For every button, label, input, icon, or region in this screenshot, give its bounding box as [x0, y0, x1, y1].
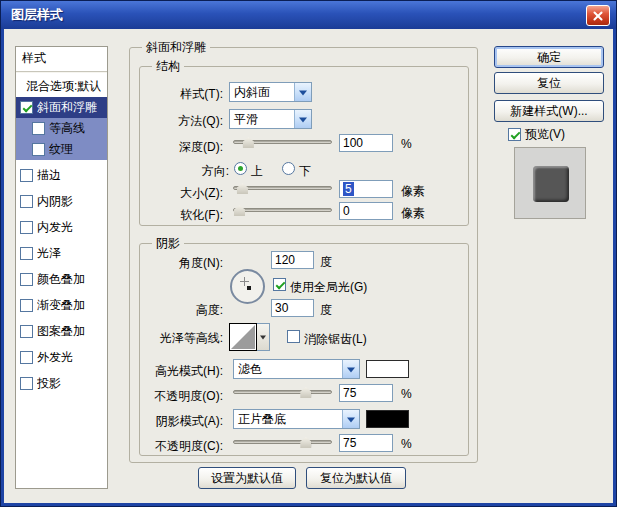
sidebar-item-gradient-overlay[interactable]: 渐变叠加 [16, 295, 107, 316]
shadow-opacity-input[interactable]: 75 [339, 434, 393, 452]
chevron-down-icon[interactable] [342, 410, 359, 428]
sidebar-checkbox-bevel-emboss[interactable] [20, 101, 33, 114]
highlight-color-swatch[interactable] [366, 360, 409, 378]
new-style-button[interactable]: 新建样式(W)... [494, 100, 604, 122]
highlight-opacity-unit: % [401, 387, 412, 401]
sidebar-item-label: 外发光 [37, 347, 73, 368]
style-label: 样式(T): [137, 86, 223, 103]
highlight-opacity-track [233, 390, 332, 394]
sidebar-item-satin[interactable]: 光泽 [16, 243, 107, 264]
global-light-checkbox[interactable] [273, 278, 286, 291]
sidebar-checkbox-inner-glow[interactable] [20, 221, 33, 234]
gloss-contour-thumbnail[interactable] [229, 323, 257, 351]
contour-triangle-icon [231, 325, 255, 349]
chevron-down-icon [260, 335, 266, 339]
soften-slider-thumb[interactable] [234, 205, 245, 216]
dialog-body: 样式 混合选项:默认斜面和浮雕等高线纹理描边内阴影内发光光泽颜色叠加渐变叠加图案… [4, 29, 613, 503]
title-bar[interactable]: 图层样式 [1, 1, 616, 29]
highlight-mode-select[interactable]: 滤色 [233, 359, 360, 379]
direction-down-label: 下 [299, 163, 311, 180]
size-slider-thumb[interactable] [237, 183, 248, 194]
sidebar-item-pattern-overlay[interactable]: 图案叠加 [16, 321, 107, 342]
size-slider[interactable] [233, 181, 332, 195]
highlight-mode-value: 滤色 [234, 361, 342, 378]
styles-sidebar: 样式 混合选项:默认斜面和浮雕等高线纹理描边内阴影内发光光泽颜色叠加渐变叠加图案… [15, 46, 108, 489]
crosshair-cursor-icon [240, 277, 249, 286]
direction-label: 方向: [143, 163, 229, 180]
soften-slider-track [233, 208, 332, 212]
size-input[interactable]: 5 [339, 180, 393, 198]
sidebar-checkbox-pattern-overlay[interactable] [20, 325, 33, 338]
highlight-opacity-slider[interactable] [233, 385, 332, 399]
sidebar-checkbox-drop-shadow[interactable] [20, 377, 33, 390]
sidebar-list: 混合选项:默认斜面和浮雕等高线纹理描边内阴影内发光光泽颜色叠加渐变叠加图案叠加外… [16, 76, 107, 394]
antialias-checkbox[interactable] [287, 330, 300, 343]
sidebar-checkbox-inner-shadow[interactable] [20, 195, 33, 208]
sidebar-checkbox-stroke[interactable] [20, 169, 33, 182]
direction-up-label: 上 [251, 163, 263, 180]
technique-label: 方法(Q): [137, 113, 223, 130]
sidebar-item-drop-shadow[interactable]: 投影 [16, 373, 107, 394]
angle-input[interactable]: 120 [271, 251, 314, 269]
reset-default-button[interactable]: 复位为默认值 [306, 467, 406, 489]
depth-slider-thumb[interactable] [243, 137, 254, 148]
preview-toggle[interactable]: 预览(V) [508, 126, 565, 143]
style-preview-thumbnail [514, 147, 586, 219]
shadow-opacity-thumb[interactable] [300, 437, 311, 448]
sidebar-item-bevel-emboss[interactable]: 斜面和浮雕 [16, 97, 107, 118]
panel-title: 斜面和浮雕 [142, 40, 210, 54]
preview-checkbox[interactable] [508, 128, 521, 141]
soften-slider[interactable] [233, 203, 332, 217]
direction-up-radio[interactable] [234, 162, 247, 175]
sidebar-checkbox-outer-glow[interactable] [20, 351, 33, 364]
sidebar-checkbox-gradient-overlay[interactable] [20, 299, 33, 312]
technique-select[interactable]: 平滑 [229, 109, 312, 129]
gloss-contour-dropdown[interactable] [257, 323, 270, 351]
chevron-down-icon[interactable] [294, 110, 311, 128]
sidebar-item-texture[interactable]: 纹理 [16, 139, 107, 160]
sidebar-item-contour[interactable]: 等高线 [16, 118, 107, 139]
antialias-label: 消除锯齿(L) [304, 331, 367, 348]
style-select[interactable]: 内斜面 [229, 82, 312, 102]
close-button[interactable] [586, 5, 610, 26]
structure-legend: 结构 [152, 59, 184, 73]
chevron-down-icon[interactable] [294, 83, 311, 101]
sidebar-item-label: 内发光 [37, 217, 73, 238]
gloss-contour-label: 光泽等高线: [137, 330, 223, 347]
highlight-mode-label: 高光模式(H): [137, 363, 223, 380]
depth-unit: % [401, 137, 412, 151]
sidebar-item-label: 内阴影 [37, 191, 73, 212]
sidebar-item-stroke[interactable]: 描边 [16, 165, 107, 186]
soften-input[interactable]: 0 [339, 202, 393, 220]
highlight-opacity-input[interactable]: 75 [339, 384, 393, 402]
shadow-opacity-slider[interactable] [233, 435, 332, 449]
direction-down-radio[interactable] [282, 162, 295, 175]
sidebar-item-inner-shadow[interactable]: 内阴影 [16, 191, 107, 212]
sidebar-checkbox-contour[interactable] [32, 122, 45, 135]
shadow-opacity-unit: % [401, 437, 412, 451]
highlight-opacity-thumb[interactable] [300, 387, 311, 398]
sidebar-item-blending-options[interactable]: 混合选项:默认 [16, 76, 107, 97]
sidebar-item-label: 等高线 [49, 118, 85, 139]
sidebar-checkbox-color-overlay[interactable] [20, 273, 33, 286]
sidebar-checkbox-satin[interactable] [20, 247, 33, 260]
sidebar-checkbox-texture[interactable] [32, 143, 45, 156]
technique-select-value: 平滑 [230, 111, 294, 128]
altitude-input[interactable]: 30 [271, 299, 314, 317]
sidebar-item-inner-glow[interactable]: 内发光 [16, 217, 107, 238]
sidebar-item-outer-glow[interactable]: 外发光 [16, 347, 107, 368]
make-default-button[interactable]: 设置为默认值 [198, 467, 296, 489]
angle-unit: 度 [320, 254, 332, 271]
sidebar-item-color-overlay[interactable]: 颜色叠加 [16, 269, 107, 290]
sidebar-item-label: 斜面和浮雕 [37, 97, 97, 118]
altitude-unit: 度 [320, 302, 332, 319]
chevron-down-icon[interactable] [342, 360, 359, 378]
depth-slider[interactable] [233, 135, 332, 149]
angle-dial[interactable] [230, 269, 265, 304]
shadow-mode-select[interactable]: 正片叠底 [233, 409, 360, 429]
shadow-color-swatch[interactable] [366, 410, 409, 428]
soften-unit: 像素 [401, 205, 425, 222]
ok-button[interactable]: 确定 [494, 46, 604, 68]
depth-input[interactable]: 100 [339, 134, 393, 152]
reset-button[interactable]: 复位 [494, 72, 604, 94]
